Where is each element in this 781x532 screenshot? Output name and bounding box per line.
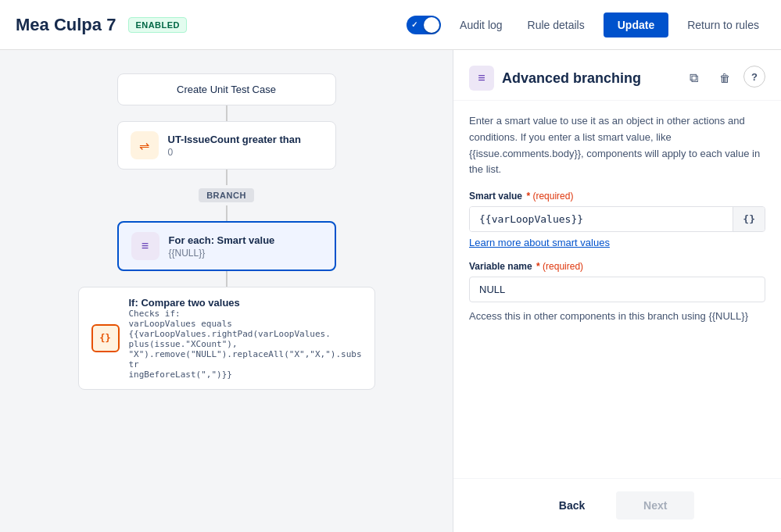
panel-actions: ⧉ 🗑 ? xyxy=(681,66,765,91)
list-icon: ≡ xyxy=(131,232,159,260)
variable-name-input[interactable] xyxy=(469,277,765,302)
return-to-rules-link[interactable]: Return to rules xyxy=(681,19,765,31)
node-foreach-subtitle: {{NULL}} xyxy=(169,248,322,259)
smart-value-input[interactable] xyxy=(470,207,733,231)
connector-1 xyxy=(226,105,227,121)
copy-icon: ⧉ xyxy=(690,71,698,85)
panel-title: Advanced branching xyxy=(502,70,673,87)
node-if-subtitle: Checks if:varLoopValues equals{{varLoopV… xyxy=(129,309,362,380)
node-ut-title: UT-IssueCount greater than xyxy=(168,134,323,145)
rule-toggle[interactable]: ✓ xyxy=(407,16,441,34)
panel-header-icon: ≡ xyxy=(469,66,494,91)
smart-value-input-container: {} xyxy=(469,206,765,232)
node-if-title: If: Compare two values xyxy=(129,297,362,309)
panel-description: Enter a smart value to use it as an obje… xyxy=(469,113,765,178)
copy-button[interactable]: ⧉ xyxy=(681,66,706,91)
delete-button[interactable]: 🗑 xyxy=(712,66,737,91)
flow-container: Create Unit Test Case ⇌ UT-IssueCount gr… xyxy=(16,66,437,390)
node-create-unit-test[interactable]: Create Unit Test Case xyxy=(117,73,336,105)
panel-body: Enter a smart value to use it as an obje… xyxy=(453,101,781,478)
panel-footer: Back Next xyxy=(453,478,781,532)
variable-name-label: Variable name * (required) xyxy=(469,261,765,272)
learn-more-link[interactable]: Learn more about smart values xyxy=(469,237,765,248)
audit-log-link[interactable]: Audit log xyxy=(453,19,508,31)
back-button[interactable]: Back xyxy=(540,491,604,520)
curly-braces-icon: {} xyxy=(91,324,120,352)
node-foreach-title: For each: Smart value xyxy=(169,234,322,246)
help-button[interactable]: ? xyxy=(743,66,765,87)
panel-header: ≡ Advanced branching ⧉ 🗑 ? xyxy=(453,50,781,101)
toggle-switch[interactable]: ✓ xyxy=(407,16,441,34)
rule-details-link[interactable]: Rule details xyxy=(521,19,591,31)
node-ut-subtitle: 0 xyxy=(168,147,323,158)
right-panel: ≡ Advanced branching ⧉ 🗑 ? Enter a smart… xyxy=(453,50,781,532)
next-button[interactable]: Next xyxy=(616,491,694,520)
help-icon: ? xyxy=(751,71,758,83)
enabled-badge: ENABLED xyxy=(128,17,187,33)
branch-label: BRANCH xyxy=(199,188,254,202)
node-for-each[interactable]: ≡ For each: Smart value {{NULL}} xyxy=(117,221,336,271)
node-if-compare[interactable]: {} If: Compare two values Checks if:varL… xyxy=(78,287,375,390)
connector-3 xyxy=(226,205,227,221)
access-note: Access this in other components in this … xyxy=(469,309,765,324)
variable-name-section: Variable name * (required) Access this i… xyxy=(469,261,765,324)
smart-value-section: Smart value * (required) {} Learn more a… xyxy=(469,191,765,248)
main-area: Create Unit Test Case ⇌ UT-IssueCount gr… xyxy=(0,50,781,532)
connector-2 xyxy=(226,170,227,185)
flow-canvas: Create Unit Test Case ⇌ UT-IssueCount gr… xyxy=(0,50,453,532)
node-ut-issue-count[interactable]: ⇌ UT-IssueCount greater than 0 xyxy=(117,121,336,170)
smart-value-label: Smart value * (required) xyxy=(469,191,765,202)
trash-icon: 🗑 xyxy=(719,72,730,84)
shuffle-icon: ⇌ xyxy=(131,131,159,159)
update-button[interactable]: Update xyxy=(604,12,668,37)
header: Mea Culpa 7 ENABLED ✓ Audit log Rule det… xyxy=(0,0,781,50)
smart-value-insert-button[interactable]: {} xyxy=(733,207,765,231)
page-title: Mea Culpa 7 xyxy=(16,15,116,35)
connector-4 xyxy=(226,271,227,287)
